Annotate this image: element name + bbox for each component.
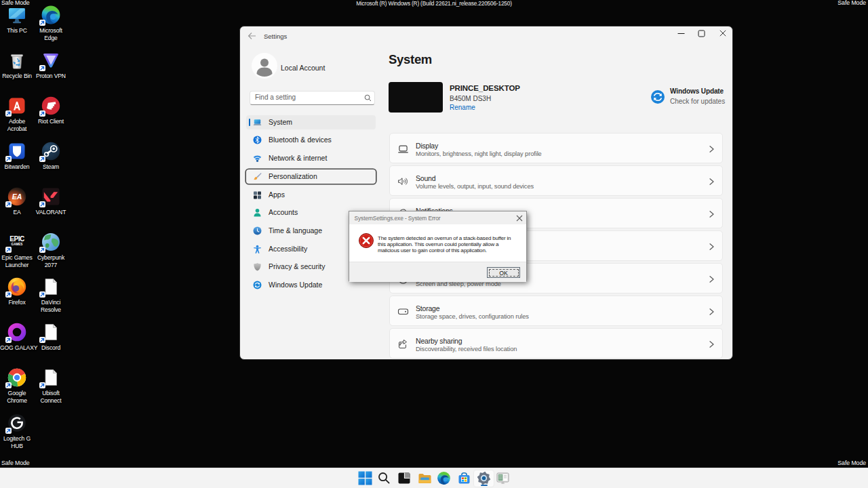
svg-text:GAMES: GAMES <box>12 243 23 246</box>
svg-text:EA: EA <box>12 192 22 201</box>
svg-text:EPIC: EPIC <box>9 235 24 243</box>
